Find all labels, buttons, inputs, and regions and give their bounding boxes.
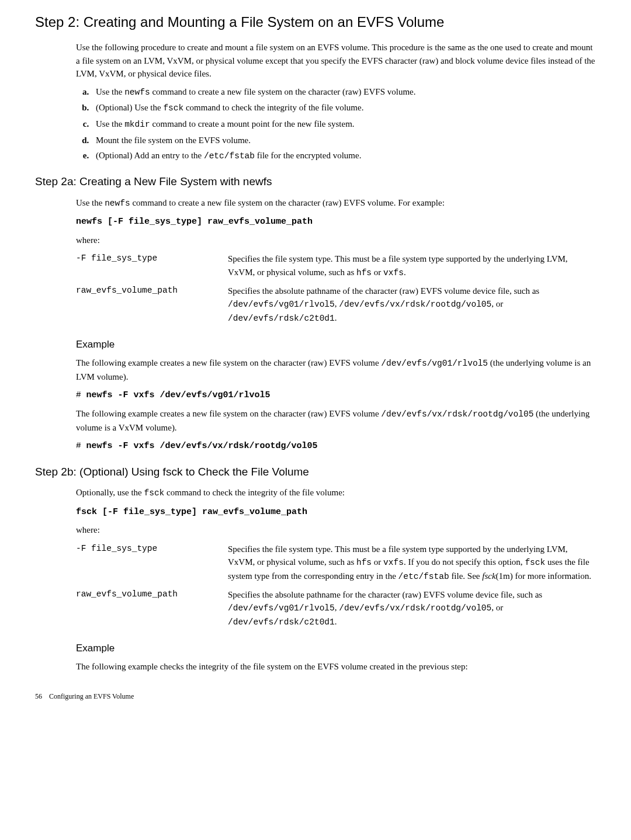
example1-command: # newfs -F vxfs /dev/evfs/vg01/rlvol5 bbox=[76, 388, 596, 402]
page-title: Step 2: Creating and Mounting a File Sys… bbox=[35, 12, 596, 33]
step2a-block: Use the newfs command to create a new fi… bbox=[76, 196, 596, 453]
def-desc-file-sys-type: Specifies the file system type. This mus… bbox=[228, 542, 596, 587]
code-fstab: /etc/fstab bbox=[204, 151, 255, 161]
page-footer: 56 Configuring an EVFS Volume bbox=[35, 691, 596, 702]
def-term-file-sys-type: -F file_sys_type bbox=[76, 251, 228, 283]
example2-command: # newfs -F vxfs /dev/evfs/vx/rdsk/rootdg… bbox=[76, 439, 596, 453]
step-e: (Optional) Add an entry to the /etc/fsta… bbox=[91, 149, 596, 163]
example1-text: The following example creates a new file… bbox=[76, 356, 596, 383]
step2b-title: Step 2b: (Optional) Using fsck to Check … bbox=[35, 464, 596, 481]
example-heading: Example bbox=[76, 641, 596, 656]
step-c: Use the mkdir command to create a mount … bbox=[91, 117, 596, 131]
where-label: where: bbox=[76, 234, 596, 247]
step2b-definitions: -F file_sys_type Specifies the file syst… bbox=[76, 542, 596, 633]
def-desc-raw-path: Specifies the absolute pathname for the … bbox=[228, 587, 596, 633]
fsck-command-syntax: fsck [-F file_sys_type] raw_evfs_volume_… bbox=[76, 507, 307, 517]
example-text: The following example checks the integri… bbox=[76, 660, 596, 674]
code-fsck: fsck bbox=[163, 103, 183, 113]
example2-text: The following example creates a new file… bbox=[76, 407, 596, 434]
intro-block: Use the following procedure to create an… bbox=[76, 41, 596, 163]
code-mkdir: mkdir bbox=[124, 120, 150, 129]
step-a: Use the newfs command to create a new fi… bbox=[91, 85, 596, 99]
step2a-title: Step 2a: Creating a New File System with… bbox=[35, 173, 596, 190]
fsck-manpage: fsck bbox=[482, 571, 495, 581]
code-newfs: newfs bbox=[105, 199, 130, 208]
footer-label: Configuring an EVFS Volume bbox=[49, 692, 134, 700]
def-term-raw-path: raw_evfs_volume_path bbox=[76, 283, 228, 329]
newfs-command-syntax: newfs [-F file_sys_type] raw_evfs_volume… bbox=[76, 217, 313, 227]
code-newfs: newfs bbox=[124, 88, 150, 97]
step2a-definitions: -F file_sys_type Specifies the file syst… bbox=[76, 251, 596, 328]
step-b: (Optional) Use the fsck command to check… bbox=[91, 101, 596, 115]
def-desc-raw-path: Specifies the absolute pathname of the c… bbox=[228, 283, 596, 329]
def-term-raw-path: raw_evfs_volume_path bbox=[76, 587, 228, 633]
step2b-intro: Optionally, use the fsck command to chec… bbox=[76, 486, 596, 500]
def-desc-file-sys-type: Specifies the file system type. This mus… bbox=[228, 251, 596, 283]
code-fsck: fsck bbox=[144, 488, 165, 498]
example-heading: Example bbox=[76, 337, 596, 352]
step2b-block: Optionally, use the fsck command to chec… bbox=[76, 486, 596, 674]
page-number: 56 bbox=[35, 692, 42, 700]
intro-paragraph: Use the following procedure to create an… bbox=[76, 41, 596, 81]
procedure-list: Use the newfs command to create a new fi… bbox=[76, 85, 596, 164]
where-label: where: bbox=[76, 523, 596, 537]
step-d: Mount the file system on the EVFS volume… bbox=[91, 134, 596, 147]
def-term-file-sys-type: -F file_sys_type bbox=[76, 542, 228, 587]
step2a-intro: Use the newfs command to create a new fi… bbox=[76, 196, 596, 210]
